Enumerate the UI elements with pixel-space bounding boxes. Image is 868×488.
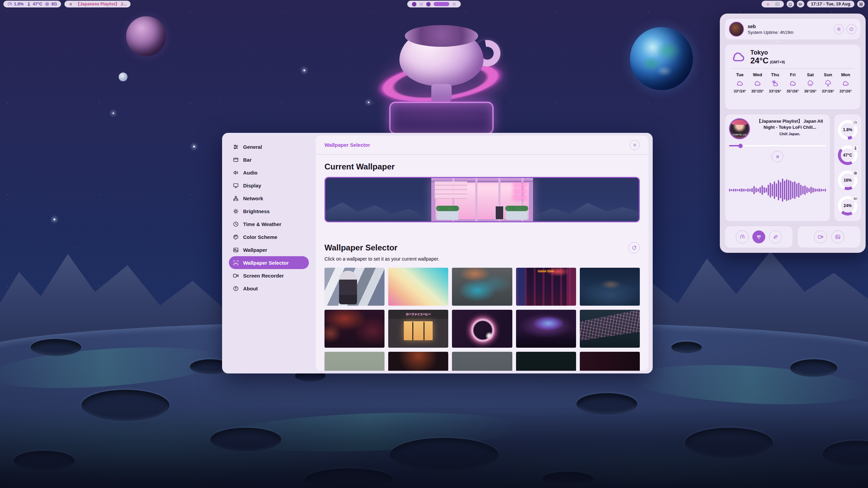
info-icon [233,286,239,291]
top-bar-left: 1.8%47°C8G 【Japanese Playlist】 J... [3,1,131,7]
stat-chip: 8G [45,2,57,6]
user-name: seb [748,24,793,29]
sidebar-item-display[interactable]: Display [229,179,309,192]
sidebar-item-time-weather[interactable]: Time & Weather [229,218,309,230]
sidebar-item-network[interactable]: Network [229,192,309,205]
forecast-day-thu: Thu33°/26° [766,72,784,93]
stat-ring-drive: 24% [838,196,857,216]
wallpaper-thumb-nebula-forest[interactable] [516,310,576,348]
sidebar-item-audio[interactable]: Audio [229,166,309,179]
stat-badge [852,119,859,126]
wallpaper-thumb-autumn-night[interactable] [388,352,448,371]
wallpaper-thumb-pastel-gradient[interactable] [388,268,448,306]
action-screen-record-button[interactable] [814,230,827,243]
gauge-icon [7,2,12,6]
system-stats-pill[interactable]: 1.8%47°C8G [3,1,61,7]
wallpaper-thumb-lofi-cafe[interactable]: ローファイコーヒー [388,310,448,348]
avatar [729,22,744,37]
viz-bar [796,183,797,197]
wallpaper-thumb-cosmic-ring[interactable] [452,310,512,348]
forecast-day-mon: Mon33°/26° [837,72,854,93]
stat-ring-gauge: 1.8% [838,120,857,140]
workspace-indicator[interactable] [407,1,461,7]
viz-bar [825,189,826,191]
thermometer-icon [853,146,857,150]
selector-heading-row: Wallpaper Selector [324,242,640,253]
workspace-dot-1[interactable] [412,2,416,6]
wallpaper-thumb-winter-castle[interactable] [580,268,640,306]
sidebar-item-bar[interactable]: Bar [229,153,309,166]
volume-button[interactable] [797,1,804,7]
wallpaper-thumb-ember-forest[interactable] [324,310,384,348]
leaf-icon [773,234,778,240]
play-pause-button[interactable] [772,151,783,162]
wallpaper-thumb-neon-arcade[interactable]: Game Over [516,268,576,306]
notifications-button[interactable] [787,1,794,7]
viz-bar [751,188,753,192]
seek-slider[interactable] [729,144,826,148]
sidebar-item-brightness[interactable]: Brightness [229,205,309,218]
album-art-label: TOKYO LO [730,134,749,136]
window-icon [233,157,239,163]
wallpaper-thumb-dark-teal[interactable] [516,352,576,371]
wallpaper-thumb-teal-blur[interactable] [452,268,512,306]
star [54,219,55,220]
system-stats-card: 1.8%47°C16%24% [834,114,862,222]
stat-thermometer: 47°C [26,2,42,6]
viz-bar [821,189,822,191]
selector-heading: Wallpaper Selector [324,243,397,252]
wallpaper-thumb-anime-street[interactable] [324,268,384,306]
sidebar-item-wallpaper-selector[interactable]: Wallpaper Selector [229,256,309,269]
profile-balanced-button[interactable] [752,230,765,243]
sidebar-item-color-scheme[interactable]: Color Scheme [229,230,309,243]
viz-bar [794,181,795,199]
media-top: TOKYO LO 【Japanese Playlist】 Japan All N… [729,118,826,139]
wallpaper-thumb-wireframe-waves[interactable] [580,310,640,348]
workspace-dot-4[interactable] [434,2,449,6]
wallpaper-thumb-slate-gray[interactable] [452,352,512,371]
pause-icon [68,2,73,6]
system-tray-pill[interactable] [762,1,784,7]
clock-pill[interactable]: 17:17 - Tue, 19 Aug [807,1,854,7]
profile-performance-button[interactable] [736,230,749,243]
drive-icon [853,197,857,201]
sidebar-item-about[interactable]: About [229,282,309,295]
wallpaper-thumb-dark-maroon[interactable] [580,352,640,371]
purple-planet [126,16,166,56]
overview-button[interactable] [857,1,865,7]
neon-pedestal [389,102,494,134]
sidebar-item-general[interactable]: General [229,140,309,153]
seek-track [729,145,826,146]
wallpaper-thumb-sage-field[interactable] [324,352,384,371]
track-title: 【Japanese Playlist】 Japan All Night - To… [754,118,826,130]
viz-bar [731,189,732,191]
sidebar-item-screen-recorder[interactable]: Screen Recorder [229,269,309,282]
close-button[interactable] [630,140,640,150]
foreground-shadow [0,407,868,488]
profile-power-saver-button[interactable] [769,230,782,243]
preview-cafe: Fresh Moon Beans [431,178,533,221]
action-screenshot-button[interactable] [831,230,844,243]
media-pill-label: 【Japanese Playlist】 J... [76,1,126,7]
workspace-dot-2[interactable] [419,2,423,6]
stat-badge [852,195,859,202]
image-frame-icon [233,260,239,266]
seek-thumb[interactable] [738,144,743,148]
viz-bar [749,189,751,191]
viz-bar [768,185,769,196]
workspace-dot-5[interactable] [452,2,456,6]
power-button[interactable] [846,24,856,34]
thermometer-icon [26,2,31,6]
settings-button[interactable] [834,24,844,34]
viz-bar [780,182,781,198]
media-pill[interactable]: 【Japanese Playlist】 J... [64,1,131,7]
refresh-button[interactable] [628,242,640,253]
viz-bar [802,186,804,194]
gauge-icon [739,234,745,240]
workspace-dot-3[interactable] [426,2,431,6]
sidebar-item-label: Brightness [243,208,270,214]
viz-bar [764,187,765,193]
weather-timezone: (GMT+9) [770,60,785,64]
sidebar-item-wallpaper[interactable]: Wallpaper [229,243,309,256]
forecast-day-label: Wed [749,72,766,77]
